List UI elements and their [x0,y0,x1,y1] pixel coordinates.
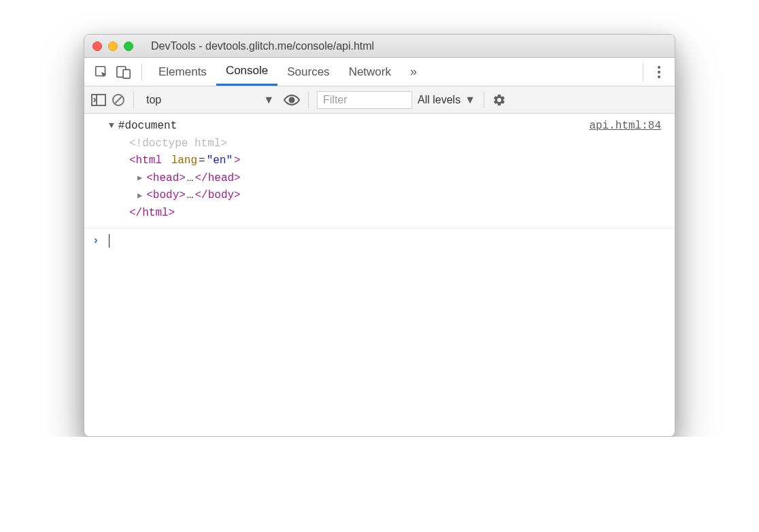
caret-right-icon[interactable]: ▶ [137,190,142,203]
text-cursor [109,234,110,248]
caret-down-icon[interactable]: ▼ [109,119,114,133]
console-sidebar-toggle-icon[interactable] [91,94,106,106]
maximize-window-button[interactable] [124,41,133,51]
body-node[interactable]: ▶ <body>…</body> [109,187,589,205]
log-levels-label: All levels [418,94,460,106]
caret-right-icon[interactable]: ▶ [137,172,142,185]
live-expression-icon[interactable] [284,95,300,105]
dropdown-caret-icon: ▼ [465,94,475,106]
close-window-button[interactable] [92,41,102,51]
console-toolbar: top ▼ All levels ▼ [84,86,675,114]
tab-console[interactable]: Console [216,58,277,86]
devtools-window: DevTools - devtools.glitch.me/console/ap… [84,34,675,437]
html-open-node[interactable]: <html lang="en"> [109,152,589,170]
tab-sources[interactable]: Sources [277,58,339,86]
inspect-element-icon[interactable] [94,65,109,80]
window-title: DevTools - devtools.glitch.me/console/ap… [151,40,374,52]
separator [133,92,134,108]
titlebar: DevTools - devtools.glitch.me/console/ap… [84,35,675,58]
kebab-menu-icon[interactable] [647,65,671,79]
more-tabs-icon[interactable]: » [401,58,426,86]
separator [141,63,142,81]
panel-tabs: Elements Console Sources Network » [149,58,426,86]
source-link[interactable]: api.html:84 [589,118,667,222]
tab-network[interactable]: Network [339,58,401,86]
console-content: ▼ #document <!doctype html> <html lang="… [84,114,675,436]
clear-console-icon[interactable] [112,93,125,107]
svg-point-4 [658,71,660,73]
svg-point-5 [658,76,660,78]
execution-context-label: top [146,94,161,106]
tab-elements[interactable]: Elements [149,58,216,86]
window-controls [92,41,133,51]
log-entry: ▼ #document <!doctype html> <html lang="… [84,114,675,229]
svg-rect-6 [92,95,105,105]
separator [308,92,309,108]
console-prompt[interactable]: › [84,229,675,254]
prompt-chevron-icon: › [92,233,99,250]
separator [484,92,484,108]
minimize-window-button[interactable] [108,41,118,51]
doctype-node: <!doctype html> [129,135,227,153]
panel-tabbar: Elements Console Sources Network » [84,58,675,86]
log-levels-select[interactable]: All levels ▼ [418,94,475,106]
filter-input[interactable] [317,91,412,109]
document-node[interactable]: #document [118,118,177,135]
dom-tree[interactable]: ▼ #document <!doctype html> <html lang="… [109,118,589,222]
execution-context-select[interactable]: top ▼ [142,93,278,107]
console-settings-icon[interactable] [492,93,506,107]
svg-line-9 [115,96,122,103]
device-toolbar-icon[interactable] [116,65,132,80]
head-node[interactable]: ▶ <head>…</head> [109,170,589,188]
dropdown-caret-icon: ▼ [263,94,274,106]
svg-point-3 [658,66,660,69]
svg-point-10 [289,97,295,103]
html-close-node: </html> [109,205,589,222]
svg-rect-2 [123,69,130,78]
separator [643,63,643,81]
